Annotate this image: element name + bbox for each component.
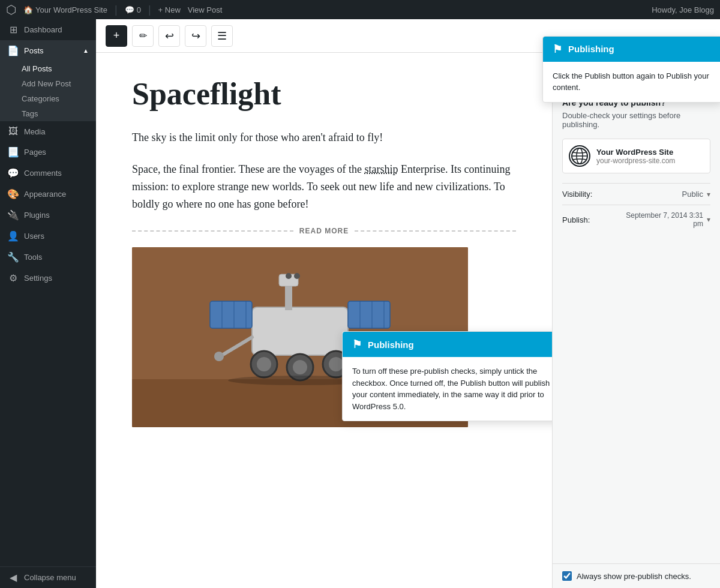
sidebar-sub-add-new[interactable]: Add New Post <box>0 76 96 91</box>
sidebar-item-tools[interactable]: 🔧 Tools <box>0 247 96 268</box>
tooltip2-header: ⚑ Publishing <box>343 332 552 357</box>
list-icon: ☰ <box>217 29 227 43</box>
chevron-down-icon-2: ▾ <box>707 215 710 224</box>
pre-publish-checkbox[interactable] <box>562 571 572 581</box>
wp-logo-icon: ⬡ <box>6 2 16 17</box>
undo-icon: ↩ <box>165 29 174 43</box>
publish-date-row[interactable]: Publish: September 7, 2014 3:31 pm ▾ <box>562 205 710 234</box>
comments-icon: 💬 <box>7 167 19 179</box>
tooltip1-body: Click the Publish button again to Publis… <box>543 62 720 102</box>
sidebar-item-settings[interactable]: ⚙ Settings <box>0 268 96 289</box>
add-block-button[interactable]: + <box>106 25 127 47</box>
site-url: your-wordpress-site.com <box>596 157 675 165</box>
svg-point-16 <box>257 357 271 371</box>
content-area: + ✏ ↩ ↪ ☰ ⚑ Publishing <box>96 19 720 588</box>
sidebar-item-appearance[interactable]: 🎨 Appearance <box>0 184 96 205</box>
editor-toolbar: + ✏ ↩ ↪ ☰ ⚑ Publishing <box>96 19 720 53</box>
svg-point-6 <box>294 273 300 279</box>
sidebar-item-users[interactable]: 👤 Users <box>0 226 96 247</box>
post-paragraph-2: Space, the final frontier. These are the… <box>132 161 516 212</box>
pre-publish-checkbox-row: Always show pre-publish checks. <box>553 563 720 588</box>
post-body: The sky is the limit only for those who … <box>132 129 516 212</box>
media-icon: 🖼 <box>7 126 19 137</box>
redo-icon: ↪ <box>191 29 200 43</box>
sidebar: ⊞ Dashboard 📄 Posts ▲ All Posts Add New … <box>0 19 96 588</box>
svg-point-18 <box>293 360 307 374</box>
admin-bar-new[interactable]: + New <box>158 5 181 14</box>
visibility-value: Public <box>682 190 703 199</box>
redo-button[interactable]: ↪ <box>185 25 206 47</box>
sidebar-collapse[interactable]: ◀ Collapse menu <box>0 566 96 588</box>
post-title: Spaceflight <box>132 77 516 111</box>
posts-icon: 📄 <box>7 45 19 56</box>
dashboard-icon: ⊞ <box>7 24 19 35</box>
admin-bar-site-name[interactable]: 🏠 Your WordPress Site <box>23 5 107 14</box>
collapse-icon: ◀ <box>7 572 19 583</box>
site-info: Your WordPress Site your-wordpress-site.… <box>562 139 710 173</box>
right-panel: Publish Cancel Are you ready to publish?… <box>552 53 720 588</box>
users-icon: 👤 <box>7 230 19 242</box>
appearance-icon: 🎨 <box>7 188 19 200</box>
sidebar-item-pages[interactable]: 📃 Pages <box>0 142 96 163</box>
chevron-down-icon: ▲ <box>83 47 89 54</box>
undo-button[interactable]: ↩ <box>158 25 180 47</box>
read-more-divider: READ MORE <box>132 227 516 235</box>
svg-point-20 <box>329 357 343 371</box>
sidebar-item-media[interactable]: 🖼 Media <box>0 121 96 142</box>
tools-icon: 🔧 <box>7 251 19 263</box>
comment-icon: 💬 <box>125 5 134 14</box>
settings-icon: ⚙ <box>7 272 19 284</box>
publish-date-label: Publish: <box>562 215 590 224</box>
publish-date-value: September 7, 2014 3:31 pm <box>625 211 703 228</box>
site-name: Your WordPress Site <box>596 148 675 157</box>
tooltip2-body: To turn off these pre-publish checks, si… <box>343 357 552 421</box>
admin-bar-howdy: Howdy, Joe Blogg <box>652 5 714 14</box>
pencil-icon: ✏ <box>139 30 147 41</box>
svg-point-22 <box>214 352 224 361</box>
site-logo <box>569 145 590 167</box>
admin-bar: ⬡ 🏠 Your WordPress Site | 💬 0 | + New Vi… <box>0 0 720 19</box>
plugins-icon: 🔌 <box>7 209 19 221</box>
svg-point-5 <box>286 273 292 279</box>
sidebar-submenu-posts: 📄 Posts ▲ All Posts Add New Post Categor… <box>0 40 96 121</box>
flag-icon: ⚑ <box>553 43 562 56</box>
editor-area: Spaceflight The sky is the limit only fo… <box>96 53 552 588</box>
visibility-label: Visibility: <box>562 190 592 199</box>
post-paragraph-1: The sky is the limit only for those who … <box>132 129 516 146</box>
publishing-tooltip-2: ⚑ Publishing To turn off these pre-publi… <box>342 331 552 421</box>
publishing-tooltip-1: ⚑ Publishing Click the Publish button ag… <box>542 36 720 103</box>
sidebar-item-posts[interactable]: 📄 Posts ▲ <box>0 40 96 61</box>
pages-icon: 📃 <box>7 146 19 158</box>
admin-bar-comments[interactable]: 💬 0 <box>125 5 141 14</box>
sidebar-sub-all-posts[interactable]: All Posts <box>0 61 96 76</box>
tooltip1-header: ⚑ Publishing <box>543 37 720 62</box>
flag-icon-2: ⚑ <box>352 338 362 351</box>
sidebar-sub-categories[interactable]: Categories <box>0 91 96 106</box>
publish-settings: Are you ready to publish? Double-check y… <box>553 88 720 244</box>
sidebar-item-dashboard[interactable]: ⊞ Dashboard <box>0 19 96 40</box>
sidebar-sub-tags[interactable]: Tags <box>0 106 96 121</box>
visibility-row[interactable]: Visibility: Public ▾ <box>562 183 710 205</box>
edit-button[interactable]: ✏ <box>132 25 154 47</box>
pre-publish-label: Always show pre-publish checks. <box>577 572 691 581</box>
sidebar-item-plugins[interactable]: 🔌 Plugins <box>0 205 96 226</box>
ready-desc: Double-check your settings before publis… <box>562 111 710 129</box>
chevron-down-icon: ▾ <box>707 190 710 199</box>
home-icon: 🏠 <box>23 5 33 14</box>
svg-rect-2 <box>252 307 348 355</box>
admin-bar-view-post[interactable]: View Post <box>188 5 223 14</box>
sidebar-item-comments[interactable]: 💬 Comments <box>0 163 96 184</box>
list-view-button[interactable]: ☰ <box>211 25 233 47</box>
